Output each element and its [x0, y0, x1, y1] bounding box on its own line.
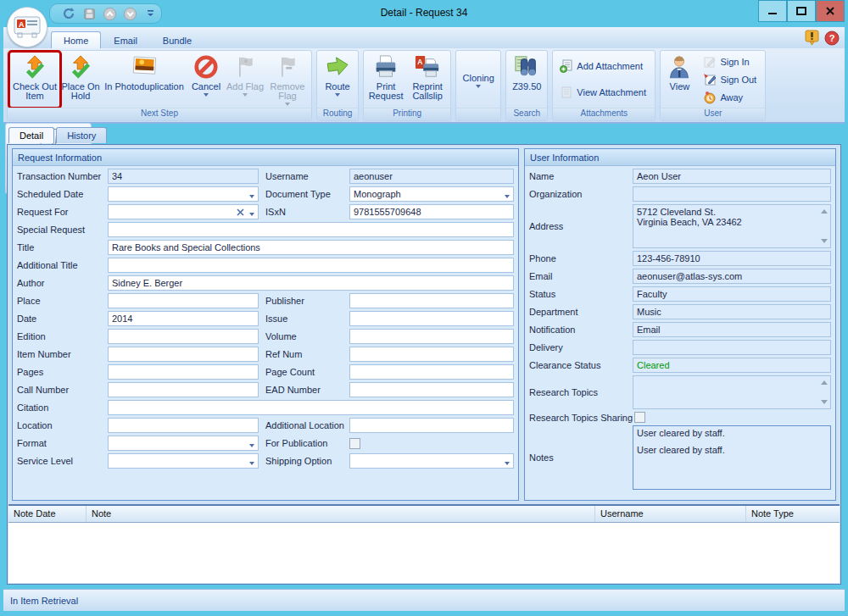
check-out-item-button[interactable]: Check Out Item	[9, 52, 60, 108]
field-label: Delivery	[529, 342, 633, 352]
add-attachment-button[interactable]: Add Attachment	[556, 58, 651, 74]
page-count-field[interactable]	[349, 364, 514, 380]
scroll-down-icon[interactable]	[821, 400, 828, 404]
field-value: aeonuser	[354, 171, 393, 181]
dropdown-arrow-icon[interactable]	[249, 462, 254, 465]
additional-location-field[interactable]	[349, 418, 514, 433]
item-number-field[interactable]	[108, 347, 259, 362]
title-field[interactable]: Rare Books and Special Collections	[108, 240, 514, 255]
column-header-note-date[interactable]: Note Date	[8, 506, 86, 522]
grid-header-row: Note Date Note Username Note Type	[8, 506, 840, 523]
reprint-callslip-button[interactable]: A Reprint Callslip	[406, 52, 449, 108]
view-user-button[interactable]: View	[662, 52, 696, 108]
maximize-button[interactable]	[787, 0, 816, 22]
sign-out-button[interactable]: Sign Out	[700, 72, 760, 87]
dropdown-arrow-icon[interactable]	[505, 462, 510, 465]
place-field[interactable]	[108, 293, 259, 308]
clear-icon[interactable]	[237, 208, 244, 218]
tab-history[interactable]: History	[56, 127, 107, 143]
additional-title-field[interactable]	[108, 258, 514, 273]
special-request-field[interactable]	[108, 222, 514, 237]
field-row: Item Number Ref Num	[17, 347, 514, 362]
route-button[interactable]: Route	[319, 52, 356, 108]
for-publication-checkbox[interactable]	[349, 438, 360, 449]
column-header-username[interactable]: Username	[595, 506, 746, 522]
help-icon[interactable]: ?	[824, 31, 840, 47]
field-row: Service Level Shipping Option	[17, 453, 514, 469]
format-field[interactable]	[108, 436, 259, 451]
remove-flag-button[interactable]: Remove Flag	[265, 52, 310, 108]
column-header-note[interactable]: Note	[86, 506, 595, 522]
button-label: Print Request	[366, 82, 405, 101]
ribbon-tab-strip: Home Email Bundle ?	[3, 27, 845, 48]
dropdown-arrow-icon[interactable]	[249, 444, 254, 447]
author-field[interactable]: Sidney E. Berger	[108, 275, 514, 291]
place-on-hold-button[interactable]: Place On Hold	[60, 52, 101, 108]
scheduled-date-field[interactable]	[108, 186, 259, 202]
field-label: Volume	[265, 331, 349, 341]
publisher-field[interactable]	[349, 293, 514, 308]
cloning-button[interactable]: Cloning	[458, 52, 499, 108]
field-row: Delivery	[529, 340, 831, 355]
about-pin-icon[interactable]	[805, 30, 819, 47]
field-row: Address 5712 Cleveland St. Virginia Beac…	[529, 204, 831, 248]
tab-email[interactable]: Email	[101, 31, 150, 48]
tab-home[interactable]: Home	[51, 31, 101, 48]
away-button[interactable]: Away	[700, 90, 760, 105]
clearance-status-field: Cleared	[633, 358, 831, 373]
ref-num-field[interactable]	[349, 347, 514, 362]
field-row: Scheduled Date Document Type Monograph	[17, 186, 514, 202]
request-for-field[interactable]	[108, 204, 259, 219]
shipping-option-field[interactable]	[349, 453, 514, 469]
scroll-down-icon[interactable]	[821, 239, 828, 243]
z3950-button[interactable]: Z39.50	[508, 52, 545, 108]
service-level-field[interactable]	[108, 453, 259, 469]
scroll-up-icon[interactable]	[821, 209, 828, 214]
document-type-field[interactable]: Monograph	[349, 186, 514, 202]
isxn-field[interactable]: 9781555709648	[349, 204, 514, 219]
close-button[interactable]	[816, 0, 845, 22]
previous-request-button[interactable]	[101, 6, 118, 21]
button-label: Away	[720, 92, 743, 103]
location-field[interactable]	[108, 418, 259, 433]
tab-detail[interactable]: Detail	[8, 127, 54, 143]
refresh-button[interactable]	[60, 6, 77, 21]
save-button[interactable]	[81, 6, 98, 21]
dropdown-arrow-icon[interactable]	[505, 195, 510, 198]
scroll-up-icon[interactable]	[821, 380, 828, 385]
date-field[interactable]: 2014	[108, 311, 259, 326]
citation-field[interactable]	[108, 400, 514, 415]
address-line: 5712 Cleveland St.	[637, 207, 716, 217]
button-label: In Photoduplication	[104, 82, 184, 92]
field-label: Clearance Status	[529, 360, 633, 370]
pages-field[interactable]	[108, 364, 259, 380]
field-value: 2014	[112, 314, 132, 324]
dropdown-arrow-icon	[285, 103, 290, 106]
note-line: User cleared by staff.	[637, 428, 725, 438]
cancel-button[interactable]: Cancel	[187, 52, 225, 108]
transaction-number-field[interactable]: 34	[108, 169, 259, 184]
next-request-button[interactable]	[121, 6, 138, 21]
customize-quick-access-button[interactable]	[147, 9, 154, 18]
dropdown-arrow-icon[interactable]	[249, 213, 254, 216]
in-photoduplication-button[interactable]: In Photoduplication	[101, 52, 187, 108]
sign-in-button[interactable]: Sign In	[700, 54, 760, 69]
field-row: Research Topics	[529, 375, 831, 409]
dropdown-arrow-icon[interactable]	[249, 195, 254, 198]
volume-field[interactable]	[349, 329, 514, 344]
tab-bundle[interactable]: Bundle	[150, 31, 204, 48]
print-request-button[interactable]: Print Request	[365, 52, 406, 108]
call-number-field[interactable]	[108, 382, 259, 397]
printer-icon	[372, 53, 399, 80]
username-field[interactable]: aeonuser	[349, 169, 514, 184]
status-bar: In Item Retrieval	[3, 589, 845, 611]
issue-field[interactable]	[349, 311, 514, 326]
edition-field[interactable]	[108, 329, 259, 344]
minimize-button[interactable]	[758, 0, 787, 22]
ead-number-field[interactable]	[349, 382, 514, 397]
research-topics-sharing-checkbox[interactable]	[634, 412, 645, 423]
view-attachment-button[interactable]: View Attachment	[556, 85, 651, 100]
column-header-note-type[interactable]: Note Type	[746, 506, 840, 522]
add-flag-button[interactable]: Add Flag	[225, 52, 265, 108]
application-menu-button[interactable]: A	[7, 7, 47, 47]
